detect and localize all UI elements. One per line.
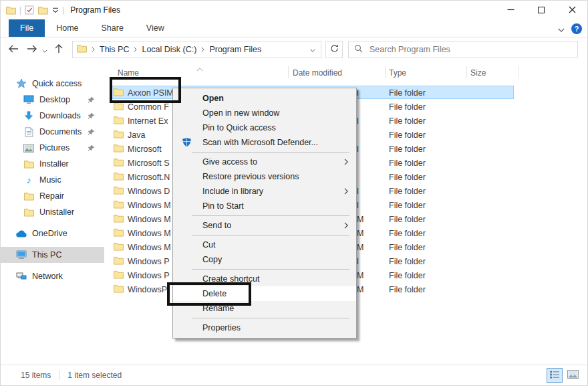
search-input[interactable] — [368, 44, 572, 55]
column-header-size[interactable]: Size — [470, 68, 486, 78]
context-menu-item[interactable]: Give access to — [173, 155, 356, 169]
breadcrumb-segment[interactable]: This PC — [87, 45, 129, 54]
context-menu-item[interactable]: Rename — [173, 301, 356, 316]
sidebar-item-label: This PC — [32, 250, 61, 260]
context-menu-item[interactable]: Delete — [173, 286, 356, 301]
refresh-button[interactable] — [325, 41, 343, 58]
context-menu-item[interactable]: Copy — [173, 252, 356, 267]
context-menu-item[interactable]: Send to — [173, 218, 356, 233]
sidebar-item[interactable]: Network — [1, 268, 104, 284]
recent-locations-button[interactable] — [39, 43, 50, 56]
pin-icon[interactable] — [88, 112, 95, 120]
date-modified-fragment: M — [357, 240, 365, 254]
pin-icon[interactable] — [88, 128, 95, 136]
pin-icon[interactable] — [88, 144, 95, 152]
quick-access-toolbar-chevron-icon[interactable] — [52, 7, 59, 13]
maximize-button[interactable] — [526, 1, 557, 19]
file-name-cell: Windows P — [114, 254, 170, 268]
sidebar-item[interactable]: Repair — [1, 188, 104, 204]
forward-button[interactable] — [25, 43, 39, 56]
thumbnail-view-button[interactable] — [565, 368, 581, 383]
minimize-icon — [507, 4, 514, 16]
breadcrumb-folder-icon — [77, 44, 87, 55]
context-menu-item[interactable]: Pin to Quick access — [173, 120, 356, 135]
sidebar-item[interactable]: Installer — [1, 156, 104, 172]
details-view-button[interactable] — [547, 368, 563, 383]
ribbon-tab[interactable]: Share — [90, 19, 135, 37]
context-menu-item[interactable]: Restore previous versions — [173, 169, 356, 184]
column-divider[interactable] — [519, 66, 519, 78]
folder-icon — [114, 186, 124, 197]
file-name-cell: Microsoft S — [114, 156, 170, 170]
breadcrumb-segment[interactable]: Local Disk (C:) — [129, 45, 196, 54]
titlebar-divider: | — [19, 5, 21, 15]
context-menu-item[interactable]: Include in library — [173, 184, 356, 199]
sidebar-item[interactable]: Pictures — [1, 140, 104, 156]
file-type-label: File folder — [389, 198, 426, 212]
file-name-label: Windows P — [128, 257, 170, 266]
maximize-icon — [538, 4, 545, 16]
item-count: 15 items — [21, 371, 51, 380]
context-menu-item[interactable]: Cut — [173, 237, 356, 252]
folder-icon — [114, 242, 124, 253]
column-header-type[interactable]: Type — [389, 68, 406, 78]
selection-count: 1 item selected — [67, 371, 122, 380]
new-folder-shortcut-icon[interactable] — [38, 6, 48, 15]
sidebar-item[interactable]: Documents — [1, 124, 104, 140]
file-name-cell: Windows M — [114, 212, 171, 226]
ribbon-tab[interactable]: View — [135, 19, 176, 37]
file-type-label: File folder — [389, 128, 426, 142]
column-header-date-modified[interactable]: Date modified — [293, 68, 342, 78]
minimize-button[interactable] — [495, 1, 526, 19]
address-dropdown-button[interactable] — [310, 45, 317, 54]
ribbon-tab[interactable]: File — [9, 19, 45, 37]
pin-icon[interactable] — [88, 96, 95, 104]
desktop-icon — [23, 95, 35, 104]
close-button[interactable] — [557, 1, 587, 19]
column-divider[interactable] — [385, 66, 386, 78]
context-menu-item[interactable]: Scan with Microsoft Defender... — [173, 135, 356, 150]
context-menu-item-label: Open in new window — [202, 108, 279, 118]
sidebar-item[interactable]: ♪ Music — [1, 172, 104, 188]
file-name-cell: Internet Ex — [114, 114, 168, 128]
file-name-cell: Microsoft.N — [114, 170, 170, 184]
column-header-name[interactable]: Name — [118, 68, 139, 78]
ribbon-tab[interactable]: Home — [45, 19, 90, 37]
context-menu-item[interactable]: Open in new window — [173, 106, 356, 120]
sidebar-item[interactable]: Desktop — [1, 92, 104, 108]
properties-shortcut-icon[interactable] — [25, 5, 34, 15]
file-type-label: File folder — [389, 156, 426, 170]
sidebar-item[interactable]: This PC — [1, 247, 104, 263]
context-menu-item[interactable]: Open — [173, 91, 356, 106]
sidebar-item[interactable]: Quick access — [1, 76, 104, 92]
file-name-label: Windows M — [128, 229, 171, 238]
sidebar-item[interactable]: OneDrive — [1, 225, 104, 242]
window-title: Program Files — [70, 5, 120, 15]
titlebar: | | Program Files — [1, 1, 587, 19]
folder-icon — [114, 200, 124, 211]
sidebar-item[interactable]: Downloads — [1, 108, 104, 124]
folder-icon — [114, 144, 124, 155]
help-button[interactable]: ? — [571, 23, 582, 34]
expand-ribbon-chevron-icon[interactable] — [558, 23, 565, 35]
folder-icon — [114, 214, 124, 225]
file-name-cell: Microsoft — [114, 142, 162, 156]
breadcrumb-segment[interactable]: Program Files — [196, 45, 261, 54]
breadcrumb: This PC Local Disk (C:) Program Files — [72, 41, 321, 58]
up-button[interactable] — [51, 43, 66, 56]
folder-icon — [114, 130, 124, 140]
column-divider[interactable] — [288, 66, 289, 78]
file-type-label: File folder — [389, 86, 426, 100]
context-menu-separator — [192, 152, 349, 153]
context-menu-item[interactable]: Pin to Start — [173, 199, 356, 213]
date-modified-fragment: M — [357, 268, 365, 282]
column-divider[interactable] — [466, 66, 467, 78]
context-menu: Open Open in new window Pin to Quick acc… — [172, 88, 357, 339]
sidebar-item-label: Repair — [39, 191, 64, 201]
context-menu-item[interactable]: Properties — [173, 320, 356, 335]
sidebar-item[interactable]: Unistaller — [1, 204, 104, 220]
chevron-right-icon — [134, 47, 137, 52]
context-menu-item[interactable]: Create shortcut — [173, 272, 356, 286]
back-button[interactable] — [6, 43, 21, 56]
status-bar: 15 items 1 item selected — [1, 365, 587, 385]
